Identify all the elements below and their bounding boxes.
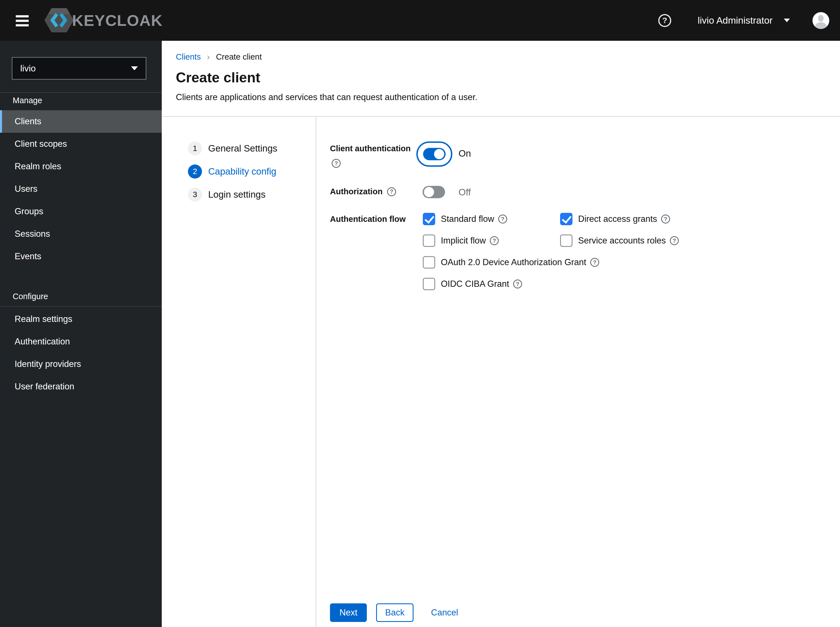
breadcrumb: Clients › Create client: [176, 52, 262, 61]
brand-text: KEYCLOAK: [72, 11, 163, 30]
nav-list-configure: Realm settings Authentication Identity p…: [0, 308, 162, 398]
checkbox-oauth-device-authorization-grant[interactable]: OAuth 2.0 Device Authorization Grant ?: [423, 256, 679, 268]
user-menu[interactable]: livio Administrator: [698, 0, 790, 41]
wizard-step-login-settings[interactable]: 3 Login settings: [188, 187, 277, 202]
keycloak-hexagon-icon: [42, 6, 76, 35]
chevron-down-icon: [131, 66, 138, 70]
sidebar-item-identity-providers[interactable]: Identity providers: [0, 353, 162, 375]
help-icon[interactable]: ?: [387, 187, 396, 196]
client-authentication-label: Client authentication: [330, 144, 411, 153]
divider: [0, 92, 162, 93]
authorization-row: Authorization ?: [330, 187, 396, 196]
wizard-steps: 1 General Settings 2 Capability config 3…: [188, 142, 277, 211]
wizard-step-general-settings[interactable]: 1 General Settings: [188, 142, 277, 156]
nav-toggle-hamburger-icon[interactable]: [16, 15, 29, 27]
sidebar-item-groups[interactable]: Groups: [0, 200, 162, 223]
main-content: Clients › Create client Create client Cl…: [162, 41, 840, 627]
sidebar-item-user-federation[interactable]: User federation: [0, 375, 162, 398]
toggle-knob: [434, 149, 444, 159]
divider: [162, 116, 840, 117]
help-icon[interactable]: ?: [513, 279, 522, 288]
sidebar-item-realm-roles[interactable]: Realm roles: [0, 155, 162, 178]
authorization-label: Authorization: [330, 187, 382, 196]
back-button[interactable]: Back: [376, 603, 414, 622]
wizard-step-capability-config[interactable]: 2 Capability config: [188, 164, 277, 178]
checkbox-checked-icon[interactable]: [560, 213, 573, 225]
toggle-knob: [424, 187, 434, 197]
nav-section-configure: Configure: [13, 292, 48, 301]
nav-section-manage: Manage: [13, 96, 42, 105]
checkbox-direct-access-grants[interactable]: Direct access grants ?: [560, 213, 679, 225]
keycloak-admin-console: KEYCLOAK ? livio Administrator livio Man: [0, 0, 840, 627]
chevron-down-icon: [784, 19, 790, 22]
authentication-flow-options: Standard flow ? Direct access grants ? I…: [423, 213, 679, 290]
checkbox-unchecked-icon[interactable]: [423, 235, 435, 247]
masthead: KEYCLOAK ? livio Administrator: [0, 0, 840, 41]
page-title: Create client: [176, 69, 260, 86]
help-icon[interactable]: ?: [658, 14, 671, 27]
next-button[interactable]: Next: [330, 603, 367, 622]
cancel-button[interactable]: Cancel: [431, 608, 458, 618]
breadcrumb-clients-link[interactable]: Clients: [176, 52, 201, 61]
step-number: 3: [188, 187, 202, 202]
authorization-state: Off: [458, 187, 471, 198]
authorization-toggle[interactable]: [423, 186, 445, 198]
toggle-on: [423, 148, 445, 160]
realm-selector-value: livio: [20, 63, 36, 74]
client-authentication-state: On: [458, 148, 471, 159]
checkbox-implicit-flow[interactable]: Implicit flow ?: [423, 235, 560, 247]
checkbox-oidc-ciba-grant[interactable]: OIDC CIBA Grant ?: [423, 278, 679, 290]
help-icon[interactable]: ?: [498, 214, 507, 224]
sidebar-item-sessions[interactable]: Sessions: [0, 223, 162, 245]
user-menu-label: livio Administrator: [698, 15, 772, 26]
checkbox-checked-icon[interactable]: [423, 213, 435, 225]
authentication-flow-label: Authentication flow: [330, 214, 406, 224]
checkbox-unchecked-icon[interactable]: [423, 278, 435, 290]
sidebar: livio Manage Clients Client scopes Realm…: [0, 41, 162, 627]
page-subtitle: Clients are applications and services th…: [176, 92, 477, 102]
divider: [316, 117, 316, 627]
step-label: Capability config: [208, 166, 276, 177]
step-label: Login settings: [208, 189, 265, 200]
checkbox-standard-flow[interactable]: Standard flow ?: [423, 213, 560, 225]
avatar[interactable]: [812, 12, 829, 29]
breadcrumb-current: Create client: [216, 52, 262, 61]
client-authentication-toggle[interactable]: [416, 142, 452, 167]
wizard-footer: Next Back Cancel: [330, 603, 458, 622]
step-label: General Settings: [208, 143, 277, 154]
sidebar-item-realm-settings[interactable]: Realm settings: [0, 308, 162, 330]
checkbox-unchecked-icon[interactable]: [560, 235, 573, 247]
step-number: 1: [188, 142, 202, 156]
person-icon: [812, 12, 829, 29]
help-icon[interactable]: ?: [661, 214, 670, 224]
sidebar-item-client-scopes[interactable]: Client scopes: [0, 133, 162, 155]
realm-selector[interactable]: livio: [12, 57, 146, 80]
chevron-right-icon: ›: [207, 52, 210, 61]
nav-list-manage: Clients Client scopes Realm roles Users …: [0, 110, 162, 268]
checkbox-unchecked-icon[interactable]: [423, 256, 435, 268]
help-icon[interactable]: ?: [590, 258, 599, 267]
keycloak-logo: KEYCLOAK: [42, 7, 163, 34]
checkbox-service-accounts-roles[interactable]: Service accounts roles ?: [560, 235, 679, 247]
divider: [0, 306, 162, 307]
help-icon[interactable]: ?: [490, 236, 499, 245]
sidebar-item-authentication[interactable]: Authentication: [0, 330, 162, 353]
help-icon[interactable]: ?: [670, 236, 679, 245]
help-icon[interactable]: ?: [332, 159, 341, 168]
sidebar-item-events[interactable]: Events: [0, 245, 162, 268]
sidebar-item-clients[interactable]: Clients: [0, 110, 162, 133]
step-number: 2: [188, 164, 202, 178]
sidebar-item-users[interactable]: Users: [0, 178, 162, 200]
